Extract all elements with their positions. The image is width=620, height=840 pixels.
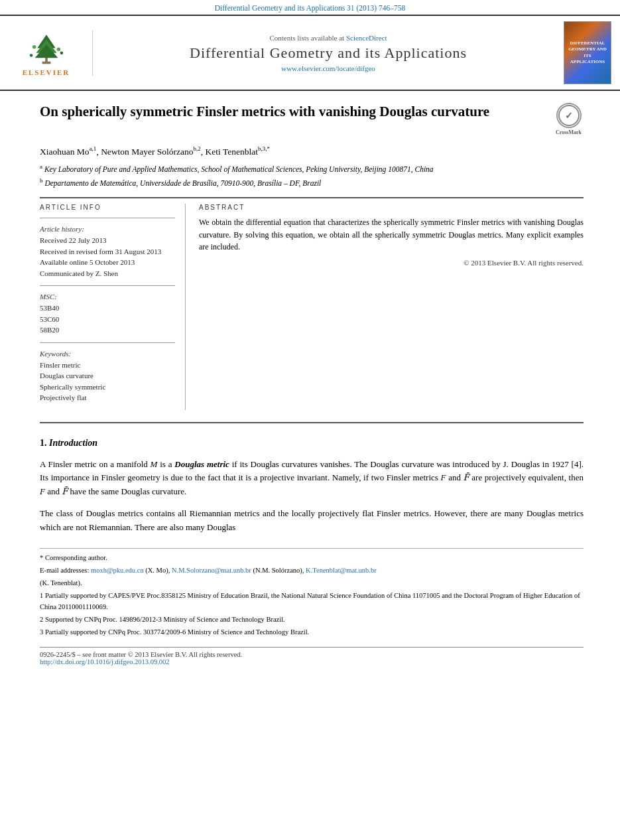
contents-line: Contents lists available at ScienceDirec… [99,34,557,42]
keywords-section: Keywords: Finsler metric Douglas curvatu… [40,350,175,403]
journal-url: www.elsevier.com/locate/difgeo [99,64,557,72]
communicated-by: Communicated by Z. Shen [40,268,175,279]
footnotes-area: * Corresponding author. E-mail addresses… [40,548,584,638]
author-tenenblat: , Keti Tenenblat [201,147,258,157]
intro-number: 1. [40,438,47,448]
elsevier-tree-icon [17,30,76,66]
keyword-spherical: Spherically symmetric [40,382,175,393]
msc-label: MSC: [40,293,175,301]
footnote-3: 3 Partially supported by CNPq Proc. 3037… [40,627,584,638]
svg-point-8 [60,51,63,54]
msc-53c60: 53C60 [40,314,175,325]
author-solorzano-sup: b,2 [194,145,201,152]
available-date: Available online 5 October 2013 [40,257,175,268]
issn-text: 0926-2245/$ – see front matter © 2013 El… [40,651,584,658]
article-content: On spherically symmetric Finsler metrics… [0,91,620,679]
authors-line: Xiaohuan Moa,1, Newton Mayer Solórzanob,… [40,145,584,157]
author-tenenblat-sup: b,3,* [258,145,270,152]
crossmark-icon: ✓ [556,103,582,128]
journal-title-display: Differential Geometry and its Applicatio… [99,44,557,62]
article-history: Article history: Received 22 July 2013 R… [40,225,175,279]
introduction-section: 1. Introduction A Finsler metric on a ma… [40,438,584,535]
elsevier-logo: ELSEVIER [7,30,93,76]
article-info-label: Article Info [40,204,175,211]
svg-point-5 [32,44,36,48]
affiliations: a Key Laboratory of Pure and Applied Mat… [40,163,584,189]
author-solorzano: , Newton Mayer Solórzano [96,147,193,157]
affiliation-a: a Key Laboratory of Pure and Applied Mat… [40,163,584,175]
divider-thick [40,197,584,198]
journal-cover-image: DIFFERENTIAL GEOMETRY AND ITS APPLICATIO… [564,21,611,84]
abstract-text: We obtain the differential equation that… [199,216,584,253]
corresponding-author-note: * Corresponding author. [40,553,584,563]
article-title-text: On spherically symmetric Finsler metrics… [40,103,554,121]
affiliation-b: b Departamento de Matemática, Universida… [40,176,584,189]
intro-title: 1. Introduction [40,438,584,449]
keyword-projective: Projectively flat [40,392,175,403]
email-addresses-line: E-mail addresses: moxh@pku.edu.cn (X. Mo… [40,565,584,576]
affil-b-sup: b [40,177,43,184]
svg-point-7 [29,54,32,57]
elsevier-label: ELSEVIER [23,68,70,76]
two-col-layout: Article Info Article history: Received 2… [40,204,584,410]
intro-title-text: Introduction [49,438,97,448]
email-mo[interactable]: moxh@pku.edu.cn [91,567,144,574]
top-journal-text: Differential Geometry and its Applicatio… [215,4,406,12]
email-label: E-mail addresses: [40,567,89,574]
svg-point-6 [56,47,60,50]
footnote-2: 2 Supported by CNPq Proc. 149896/2012-3 … [40,614,584,625]
email-solorzano[interactable]: N.M.Solorzano@mat.unb.br [172,567,251,574]
affil-a-sup: a [40,163,42,170]
article-info-col: Article Info Article history: Received 2… [40,204,186,410]
msc-53b40: 53B40 [40,303,175,314]
journal-header: ELSEVIER Contents lists available at Sci… [0,15,620,91]
msc-section: MSC: 53B40 53C60 58B20 [40,293,175,336]
article-title-row: On spherically symmetric Finsler metrics… [40,103,584,136]
revised-date: Received in revised form 31 August 2013 [40,246,175,257]
author-mo-sup: a,1 [90,145,97,152]
divider-info [40,218,175,218]
intro-paragraph-1: A Finsler metric on a manifold M is a Do… [40,458,584,499]
email-tenenblat-cont: (K. Tenenblat). [40,578,584,589]
crossmark-widget[interactable]: ✓ CrossMark [554,103,584,136]
author-mo: Xiaohuan Mo [40,147,90,157]
keywords-label: Keywords: [40,350,175,358]
divider-intro [40,422,584,423]
abstract-copyright: © 2013 Elsevier B.V. All rights reserved… [199,259,584,267]
history-label: Article history: [40,225,175,233]
email-tenenblat[interactable]: K.Tenenblat@mat.unb.br [306,567,377,574]
top-journal-bar: Differential Geometry and its Applicatio… [0,0,620,15]
abstract-col: Abstract We obtain the differential equa… [199,204,584,410]
science-direct-link[interactable]: ScienceDirect [346,34,387,42]
journal-center: Contents lists available at ScienceDirec… [99,34,557,72]
doi-link[interactable]: http://dx.doi.org/10.1016/j.difgeo.2013.… [40,658,170,665]
abstract-label: Abstract [199,204,584,211]
received-date: Received 22 July 2013 [40,235,175,246]
divider-keywords [40,342,175,343]
keyword-douglas: Douglas curvature [40,370,175,382]
svg-text:✓: ✓ [565,110,573,121]
journal-url-link[interactable]: www.elsevier.com/locate/difgeo [281,64,375,72]
keyword-finsler: Finsler metric [40,360,175,371]
crossmark-label: CrossMark [556,129,582,136]
bottom-bar: 0926-2245/$ – see front matter © 2013 El… [40,647,584,665]
msc-58b20: 58B20 [40,324,175,336]
divider-msc [40,285,175,286]
intro-paragraph-2: The class of Douglas metrics contains al… [40,507,584,535]
footnote-1: 1 Partially supported by CAPES/PVE Proc.… [40,591,584,612]
journal-cover: DIFFERENTIAL GEOMETRY AND ITS APPLICATIO… [564,21,613,84]
